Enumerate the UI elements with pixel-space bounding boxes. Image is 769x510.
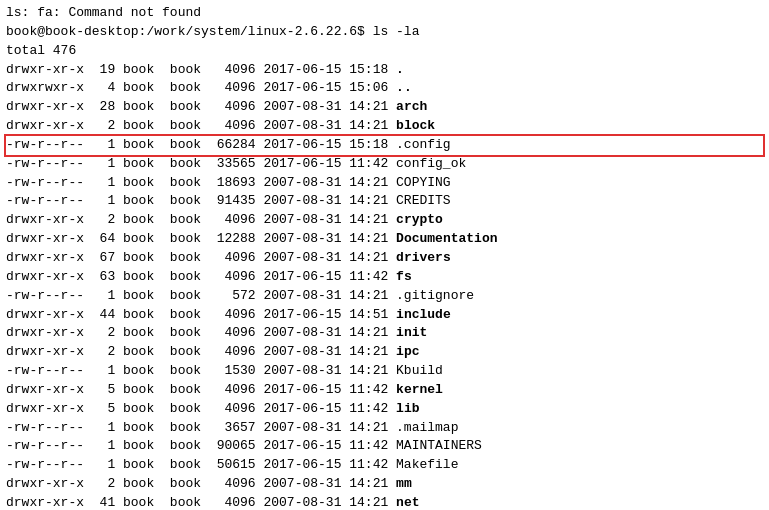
terminal-line: ls: fa: Command not found	[6, 4, 763, 23]
terminal-line: drwxr-xr-x 19 book book 4096 2017-06-15 …	[6, 61, 763, 80]
terminal-line: drwxr-xr-x 44 book book 4096 2017-06-15 …	[6, 306, 763, 325]
terminal-line: -rw-r--r-- 1 book book 3657 2007-08-31 1…	[6, 419, 763, 438]
terminal-line: drwxr-xr-x 2 book book 4096 2007-08-31 1…	[6, 324, 763, 343]
terminal-line: drwxr-xr-x 64 book book 12288 2007-08-31…	[6, 230, 763, 249]
terminal-line: -rw-r--r-- 1 book book 1530 2007-08-31 1…	[6, 362, 763, 381]
terminal-line: -rw-r--r-- 1 book book 91435 2007-08-31 …	[6, 192, 763, 211]
terminal-line: drwxr-xr-x 2 book book 4096 2007-08-31 1…	[6, 343, 763, 362]
terminal-line: -rw-r--r-- 1 book book 18693 2007-08-31 …	[6, 174, 763, 193]
terminal-line: drwxr-xr-x 41 book book 4096 2007-08-31 …	[6, 494, 763, 510]
terminal-line: drwxr-xr-x 67 book book 4096 2007-08-31 …	[6, 249, 763, 268]
terminal-line: -rw-r--r-- 1 book book 90065 2017-06-15 …	[6, 437, 763, 456]
terminal-line: total 476	[6, 42, 763, 61]
terminal-line: drwxr-xr-x 2 book book 4096 2007-08-31 1…	[6, 475, 763, 494]
terminal-line: -rw-r--r-- 1 book book 66284 2017-06-15 …	[6, 136, 763, 155]
terminal-line: drwxr-xr-x 2 book book 4096 2007-08-31 1…	[6, 211, 763, 230]
terminal-line: drwxr-xr-x 2 book book 4096 2007-08-31 1…	[6, 117, 763, 136]
terminal-line: drwxr-xr-x 63 book book 4096 2017-06-15 …	[6, 268, 763, 287]
terminal-line: drwxrwxr-x 4 book book 4096 2017-06-15 1…	[6, 79, 763, 98]
terminal-line: drwxr-xr-x 5 book book 4096 2017-06-15 1…	[6, 400, 763, 419]
terminal-line: -rw-r--r-- 1 book book 572 2007-08-31 14…	[6, 287, 763, 306]
terminal-line: drwxr-xr-x 28 book book 4096 2007-08-31 …	[6, 98, 763, 117]
terminal-line: -rw-r--r-- 1 book book 50615 2017-06-15 …	[6, 456, 763, 475]
terminal: ls: fa: Command not foundbook@book-deskt…	[0, 0, 769, 510]
terminal-line: book@book-desktop:/work/system/linux-2.6…	[6, 23, 763, 42]
terminal-line: -rw-r--r-- 1 book book 33565 2017-06-15 …	[6, 155, 763, 174]
terminal-line: drwxr-xr-x 5 book book 4096 2017-06-15 1…	[6, 381, 763, 400]
